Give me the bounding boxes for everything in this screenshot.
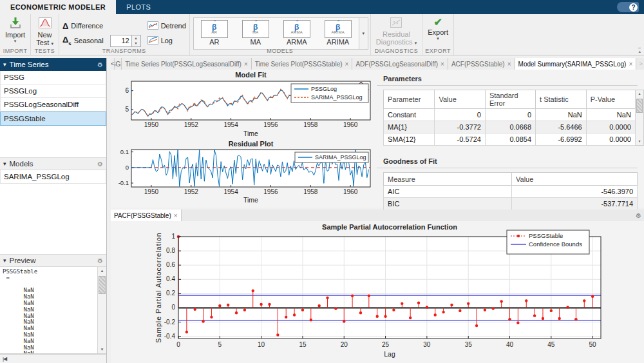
model-ma-button[interactable]: βˆMA MA	[235, 18, 276, 49]
tab-scroll-right-button[interactable]	[636, 61, 644, 67]
import-button[interactable]: Import	[3, 16, 27, 44]
seasonal-icon: Δs	[62, 35, 71, 46]
models-gallery-expand-button[interactable]	[359, 18, 368, 49]
preview-panel-header[interactable]: Preview	[0, 254, 106, 267]
parameters-table-scrollbar[interactable]	[636, 90, 644, 146]
log-button[interactable]: Log	[147, 36, 186, 46]
svg-text:Model Fit: Model Fit	[235, 71, 267, 79]
seasonal-label: Seasonal	[74, 37, 104, 44]
close-icon[interactable]	[244, 61, 248, 68]
parameters-table: Parameter Value Standard Error t Statist…	[383, 90, 636, 146]
tab-time-series-plot-pssglogseasonaldiff[interactable]: Time Series Plot(PSSGLogSeasonalDiff)	[122, 58, 251, 70]
svg-text:1952: 1952	[184, 188, 199, 195]
scroll-up-icon[interactable]	[98, 267, 106, 275]
goodness-of-fit-heading: Goodness of Fit	[377, 152, 638, 168]
svg-text:0: 0	[126, 164, 129, 171]
new-test-button[interactable]: NewTest	[34, 16, 55, 48]
svg-text:PSSGStable: PSSGStable	[529, 232, 563, 239]
export-label: Export	[428, 28, 448, 36]
preview-scrollbar[interactable]	[97, 267, 106, 353]
tab-plots[interactable]: PLOTS	[116, 0, 161, 14]
sidebar: Time Series PSSG PSSGLog PSSGLogSeasonal…	[0, 58, 107, 363]
pacf-document-area: PACF(PSSGStable) 05101520253035404550-0.…	[111, 210, 644, 363]
model-ar-button[interactable]: βˆAR AR	[194, 18, 235, 49]
scroll-up-icon[interactable]	[636, 90, 643, 97]
preview-horizontal-scrollbar[interactable]	[0, 354, 106, 363]
models-gallery: βˆAR AR βˆMA MA βˆARMA ARMA βˆARIMA ARIM…	[193, 17, 368, 50]
spinner-down-icon[interactable]	[132, 41, 140, 46]
collapse-ribbon-button[interactable]	[638, 48, 641, 54]
close-icon[interactable]	[174, 212, 178, 219]
list-item-sarima-pssglog[interactable]: SARIMA_PSSGLog	[0, 170, 106, 184]
tab-model-summary-sarima-pssglog[interactable]: Model Summary(SARIMA_PSSGLog)	[515, 58, 637, 70]
residual-diagnostics-dropdown-icon	[415, 41, 417, 45]
time-series-panel-header[interactable]: Time Series	[0, 58, 106, 71]
gear-icon[interactable]	[97, 61, 103, 68]
help-button[interactable]: ?	[617, 2, 639, 12]
summary-document-area: Time Series Plot(PSSGLog) Time Series Pl…	[111, 58, 644, 208]
list-item-pssglog[interactable]: PSSGLog	[0, 84, 106, 98]
scroll-start-icon[interactable]	[3, 356, 6, 362]
svg-text:20: 20	[341, 341, 348, 348]
econometric-modeler-app: ECONOMETRIC MODELER PLOTS ? Import IMPOR…	[0, 0, 644, 363]
svg-text:0: 0	[176, 341, 180, 348]
new-test-dropdown-icon	[51, 41, 53, 46]
list-item-pssglogseasonaldiff[interactable]: PSSGLogSeasonalDiff	[0, 98, 106, 112]
chevron-down-icon	[3, 257, 6, 264]
close-icon[interactable]	[345, 61, 349, 68]
list-item-pssgstable[interactable]: PSSGStable	[0, 112, 106, 126]
section-export: ✔ Export EXPORT	[422, 14, 454, 55]
transforms-section-label: TRANSFORMS	[59, 48, 189, 54]
tab-time-series-plot-pssglog[interactable]: Time Series Plot(PSSGLog)	[115, 58, 122, 70]
svg-text:1960: 1960	[343, 188, 358, 195]
difference-label: Difference	[71, 22, 103, 30]
model-arima-button[interactable]: βˆARIMA ARIMA	[317, 18, 359, 49]
tab-pacf-pssgstable[interactable]: PACF(PSSGStable)	[111, 210, 182, 221]
scrollbar-thumb[interactable]	[636, 99, 643, 113]
toolstrip-tab-bar: ECONOMETRIC MODELER PLOTS ?	[0, 0, 644, 14]
close-icon[interactable]	[507, 61, 511, 68]
table-row: AIC-546.3970	[384, 186, 638, 198]
model-arma-button[interactable]: βˆARMA ARMA	[276, 18, 317, 49]
svg-text:0.6: 0.6	[166, 261, 175, 268]
list-item-pssg[interactable]: PSSG	[0, 71, 106, 84]
close-icon[interactable]	[440, 61, 444, 68]
tab-time-series-plot-pssgstable[interactable]: Time Series Plot(PSSGStable)	[252, 58, 353, 70]
gear-icon[interactable]	[97, 161, 103, 168]
svg-text:1952: 1952	[184, 121, 199, 128]
seasonal-period-spinner[interactable]: 12	[110, 35, 141, 47]
section-import: Import IMPORT	[0, 14, 31, 55]
new-test-label: NewTest	[36, 31, 53, 48]
ar-label: AR	[209, 38, 219, 46]
svg-text:1954: 1954	[223, 121, 238, 128]
import-section-label: IMPORT	[0, 48, 30, 54]
scroll-down-icon[interactable]	[636, 138, 643, 145]
svg-text:Sample Partial Autocorrelation: Sample Partial Autocorrelation Function	[322, 223, 457, 231]
scroll-down-icon[interactable]	[98, 346, 106, 353]
detrend-icon	[147, 21, 158, 31]
scrollbar-thumb[interactable]	[99, 276, 106, 294]
ribbon: Import IMPORT NewTest TESTS Δ Difference	[0, 14, 644, 55]
svg-text:0.8: 0.8	[166, 247, 175, 254]
spinner-up-icon[interactable]	[132, 35, 140, 41]
gear-icon[interactable]	[97, 257, 103, 264]
tab-acf-pssgstable[interactable]: ACF(PSSGStable)	[448, 58, 515, 70]
preview-panel-title: Preview	[10, 257, 36, 264]
help-icon: ?	[629, 3, 638, 12]
difference-button[interactable]: Δ Difference	[62, 21, 104, 31]
export-button[interactable]: ✔ Export	[426, 16, 450, 42]
residual-diagnostics-label: ResidualDiagnostics	[376, 30, 417, 47]
tab-adf-pssglogseasonaldiff[interactable]: ADF(PSSGLogSeasonalDiff)	[352, 58, 448, 70]
svg-text:-0.2: -0.2	[164, 319, 176, 326]
models-panel-header[interactable]: Models	[0, 157, 106, 170]
detrend-button[interactable]: Detrend	[147, 21, 186, 31]
difference-icon: Δ	[62, 21, 68, 31]
seasonal-button[interactable]: Δs Seasonal	[62, 35, 104, 46]
svg-text:Confidence Bounds: Confidence Bounds	[529, 240, 582, 248]
close-icon[interactable]	[629, 61, 632, 68]
chevron-down-icon	[3, 161, 6, 167]
models-panel-title: Models	[10, 160, 33, 168]
residual-diagnostics-button[interactable]: ResidualDiagnostics	[374, 16, 419, 48]
document-actions-gear-icon[interactable]	[636, 212, 641, 219]
tab-econometric-modeler[interactable]: ECONOMETRIC MODELER	[0, 0, 116, 14]
